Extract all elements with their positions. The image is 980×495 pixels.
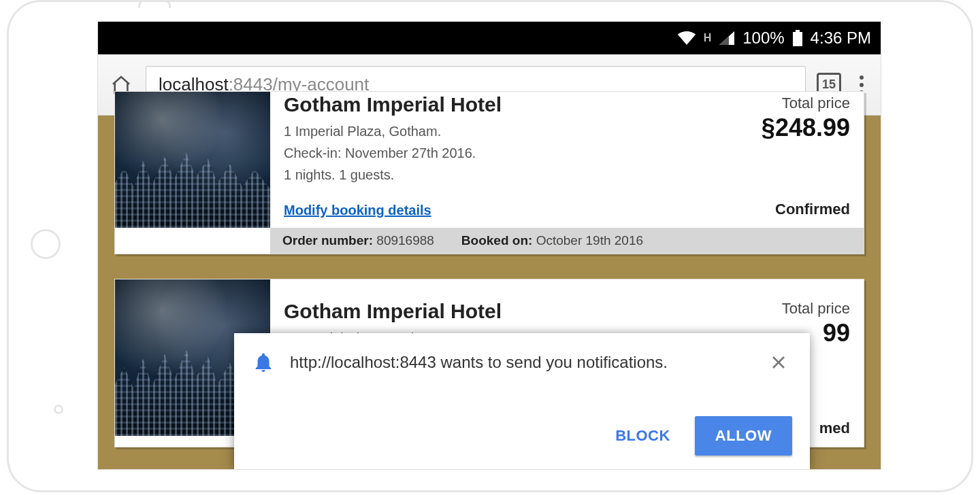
booking-meta-bar: Order number: 80916988 Booked on: Octobe… — [270, 228, 864, 254]
device-camera — [54, 405, 63, 414]
status-clock: 4:36 PM — [811, 29, 871, 48]
checkin-date: Check-in: November 27th 2016. — [284, 142, 502, 164]
order-number-label: Order number: — [282, 233, 373, 248]
battery-percentage: 100% — [742, 29, 784, 48]
stay-summary: 1 nights. 1 guests. — [284, 164, 502, 186]
hotel-thumbnail — [115, 92, 270, 228]
battery-icon — [793, 30, 802, 46]
hotel-address: 1 Imperial Plaza, Gotham. — [284, 120, 502, 142]
booked-on-date: October 19th 2016 — [536, 233, 643, 248]
svg-rect-1 — [796, 30, 800, 32]
network-type-indicator: H — [704, 32, 712, 44]
block-button[interactable]: BLOCK — [611, 419, 674, 453]
signal-icon — [719, 31, 734, 45]
notification-permission-dialog: http://localhost:8443 wants to send you … — [234, 333, 810, 469]
svg-rect-0 — [793, 32, 802, 46]
status-bar: H 100% 4:36 PM — [98, 22, 881, 54]
device-home-button[interactable] — [31, 229, 61, 259]
wifi-icon — [678, 31, 696, 45]
notification-prompt-message: http://localhost:8443 wants to send you … — [290, 353, 750, 372]
close-icon[interactable] — [765, 352, 792, 373]
bell-icon — [252, 351, 275, 374]
device-speaker — [138, 0, 171, 8]
hotel-name: Gotham Imperial Hotel — [284, 300, 502, 323]
order-number: 80916988 — [376, 233, 434, 248]
price-value: §248.99 — [762, 114, 850, 142]
hotel-name: Gotham Imperial Hotel — [284, 93, 502, 116]
device-frame: H 100% 4:36 PM localhost:8443/my-account… — [7, 0, 973, 492]
price-label: Total price — [762, 95, 850, 112]
booking-card: Gotham Imperial Hotel 1 Imperial Plaza, … — [114, 91, 864, 254]
booking-status: med — [819, 420, 850, 437]
booking-status: Confirmed — [775, 201, 850, 218]
price-label: Total price — [782, 300, 850, 318]
booking-details: 1 Imperial Plaza, Gotham. Check-in: Nove… — [284, 120, 502, 186]
modify-booking-link[interactable]: Modify booking details — [284, 203, 431, 218]
booked-on-label: Booked on: — [461, 233, 533, 248]
screen: H 100% 4:36 PM localhost:8443/my-account… — [97, 21, 881, 470]
allow-button[interactable]: ALLOW — [695, 416, 792, 456]
